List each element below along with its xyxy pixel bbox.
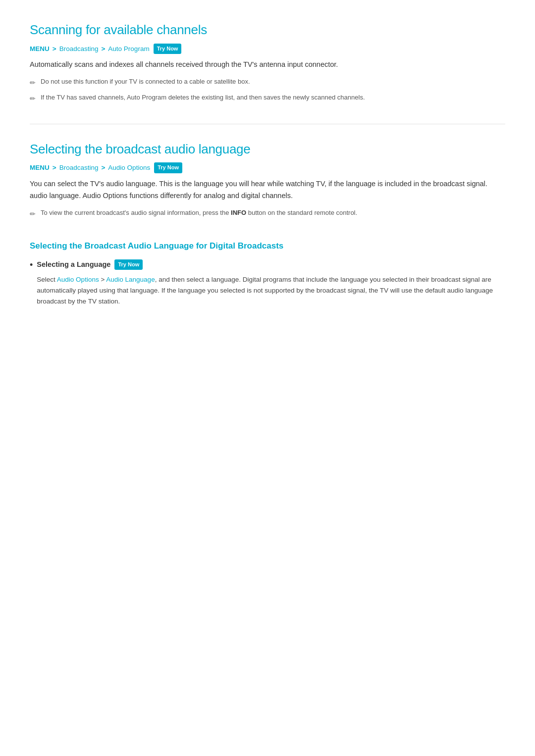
pencil-icon-2: ✏	[30, 93, 36, 104]
bullet-dot-1: •	[30, 259, 33, 271]
section-scanning: Scanning for available channels MENU > B…	[30, 20, 505, 104]
breadcrumb-sep4: >	[101, 162, 105, 173]
breadcrumb-audio: MENU > Broadcasting > Audio Options Try …	[30, 162, 505, 173]
audio-note-text-1: To view the current broadcast's audio si…	[41, 208, 505, 218]
note-item-2: ✏ If the TV has saved channels, Auto Pro…	[30, 93, 505, 104]
info-bold: INFO	[231, 209, 246, 216]
section-digital-title: Selecting the Broadcast Audio Language f…	[30, 239, 505, 252]
audio-note-suffix: button on the standard remote control.	[246, 209, 357, 216]
breadcrumb-broadcasting: Broadcasting	[59, 44, 99, 54]
breadcrumb-sep3: >	[53, 162, 56, 173]
breadcrumb-sep2: >	[101, 44, 105, 54]
section-audio-language: Selecting the broadcast audio language M…	[30, 139, 505, 219]
bullet-sep: >	[99, 276, 107, 283]
breadcrumb-scanning: MENU > Broadcasting > Auto Program Try N…	[30, 44, 505, 54]
audio-note-prefix: To view the current broadcast's audio si…	[41, 209, 231, 216]
bullet-desc-language: Select Audio Options > Audio Language, a…	[37, 274, 505, 307]
audio-description: You can select the TV's audio language. …	[30, 178, 505, 202]
breadcrumb-sep1: >	[53, 44, 56, 54]
audio-note-item-1: ✏ To view the current broadcast's audio …	[30, 208, 505, 219]
breadcrumb-audio-options: Audio Options	[108, 162, 150, 173]
scanning-notes: ✏ Do not use this function if your TV is…	[30, 77, 505, 104]
try-now-badge-language[interactable]: Try Now	[114, 259, 143, 270]
scanning-description: Automatically scans and indexes all chan…	[30, 59, 505, 71]
pencil-icon-1: ✏	[30, 77, 36, 88]
breadcrumb-broadcasting-2: Broadcasting	[59, 162, 99, 173]
section-digital-broadcasts: Selecting the Broadcast Audio Language f…	[30, 239, 505, 307]
digital-bullet-list: • Selecting a Language Try Now Select Au…	[30, 259, 505, 307]
section-scanning-title: Scanning for available channels	[30, 20, 505, 41]
breadcrumb-auto-program: Auto Program	[108, 44, 149, 54]
audio-options-link[interactable]: Audio Options	[57, 276, 99, 283]
audio-language-link[interactable]: Audio Language	[106, 276, 155, 283]
section-audio-title: Selecting the broadcast audio language	[30, 139, 505, 160]
note-text-1: Do not use this function if your TV is c…	[41, 77, 505, 87]
bullet-desc-prefix: Select	[37, 276, 57, 283]
bullet-label-language: Selecting a Language Try Now	[37, 259, 505, 270]
breadcrumb-menu: MENU	[30, 44, 50, 54]
bullet-content-1: Selecting a Language Try Now Select Audi…	[37, 259, 505, 307]
try-now-badge-audio[interactable]: Try Now	[154, 162, 182, 173]
breadcrumb-menu-2: MENU	[30, 162, 50, 173]
note-text-2: If the TV has saved channels, Auto Progr…	[41, 93, 505, 103]
audio-notes: ✏ To view the current broadcast's audio …	[30, 208, 505, 219]
section-divider-1	[30, 124, 505, 124]
note-item-1: ✏ Do not use this function if your TV is…	[30, 77, 505, 88]
try-now-badge-scanning[interactable]: Try Now	[154, 44, 182, 54]
bullet-item-language: • Selecting a Language Try Now Select Au…	[30, 259, 505, 307]
bullet-label-text: Selecting a Language	[37, 260, 110, 268]
pencil-icon-3: ✏	[30, 208, 36, 219]
